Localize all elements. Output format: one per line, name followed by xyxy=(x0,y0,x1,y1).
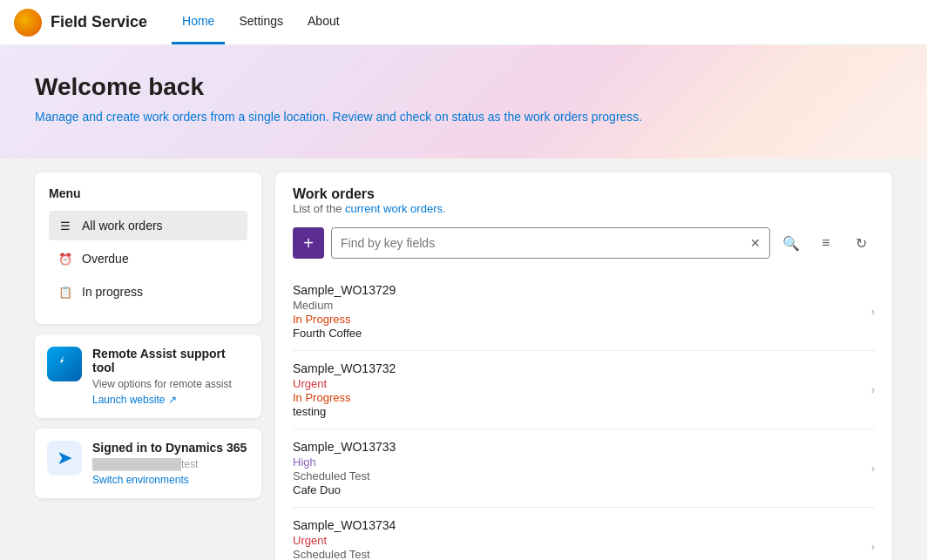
nav-home[interactable]: Home xyxy=(172,0,225,44)
app-logo xyxy=(14,9,42,37)
content-area: Menu ☰ All work orders ⏰ Overdue 📋 In pr… xyxy=(0,159,927,560)
hero-subtitle: Manage and create work orders from a sin… xyxy=(35,110,892,124)
overdue-icon: ⏰ xyxy=(58,251,73,267)
dynamics-logo-symbol: ➤ xyxy=(57,447,72,469)
work-order-priority-1: Urgent xyxy=(293,377,861,390)
nav-settings[interactable]: Settings xyxy=(228,0,294,44)
work-order-details-2: Sample_WO13733 High Scheduled Test Cafe … xyxy=(293,440,861,496)
switch-environments-link[interactable]: Switch environments xyxy=(92,474,249,486)
work-order-item-1[interactable]: Sample_WO13732 Urgent In Progress testin… xyxy=(293,351,875,429)
dynamics-icon: ➤ xyxy=(47,441,82,476)
search-icon[interactable]: 🔍 xyxy=(777,229,805,257)
work-order-customer-1: testing xyxy=(293,405,861,418)
chevron-right-icon-3: › xyxy=(871,541,875,553)
work-order-item-2[interactable]: Sample_WO13733 High Scheduled Test Cafe … xyxy=(293,429,875,508)
search-box[interactable]: ✕ xyxy=(331,227,770,259)
main-content: Welcome back Manage and create work orde… xyxy=(0,45,927,560)
in-progress-icon: 📋 xyxy=(58,284,73,300)
work-orders-subtitle: List of the current work orders. xyxy=(293,202,875,215)
remote-assist-icon xyxy=(47,347,82,381)
main-nav: Home Settings About xyxy=(172,0,350,44)
chevron-right-icon-2: › xyxy=(871,462,875,475)
remote-assist-description: View options for remote assist xyxy=(92,378,249,390)
work-orders-list: Sample_WO13729 Medium In Progress Fourth… xyxy=(293,273,875,560)
work-order-item-3[interactable]: Sample_WO13734 Urgent Scheduled Test Caf… xyxy=(293,508,875,560)
work-order-priority-0: Medium xyxy=(293,299,861,312)
add-work-order-button[interactable]: + xyxy=(293,227,324,259)
work-order-customer-2: Cafe Duo xyxy=(293,483,861,496)
hero-banner: Welcome back Manage and create work orde… xyxy=(0,45,927,159)
remote-assist-name: Remote Assist support tool xyxy=(92,347,249,374)
work-order-customer-0: Fourth Coffee xyxy=(293,327,861,340)
menu-title: Menu xyxy=(49,186,247,200)
remote-assist-launch-link[interactable]: Launch website ↗ xyxy=(92,394,249,406)
work-order-details-0: Sample_WO13729 Medium In Progress Fourth… xyxy=(293,283,861,340)
chevron-right-icon-1: › xyxy=(871,384,875,396)
left-panel: Menu ☰ All work orders ⏰ Overdue 📋 In pr… xyxy=(35,172,261,498)
signed-in-card: ➤ Signed in to Dynamics 365 ████████████… xyxy=(35,428,261,498)
work-order-item-0[interactable]: Sample_WO13729 Medium In Progress Fourth… xyxy=(293,273,875,351)
work-orders-header: Work orders List of the current work ord… xyxy=(293,186,875,215)
chevron-right-icon-0: › xyxy=(871,306,875,318)
refresh-icon[interactable]: ↻ xyxy=(847,229,875,257)
work-order-name-3: Sample_WO13734 xyxy=(293,518,861,532)
hero-title: Welcome back xyxy=(35,73,892,101)
work-order-priority-2: High xyxy=(293,455,861,469)
work-order-name-2: Sample_WO13733 xyxy=(293,440,861,454)
signin-user: ████████████test xyxy=(92,458,249,470)
search-input[interactable] xyxy=(341,236,750,250)
external-link-icon: ↗ xyxy=(168,394,177,406)
list-icon: ☰ xyxy=(58,218,73,233)
work-orders-title: Work orders xyxy=(293,186,875,202)
signin-info: Signed in to Dynamics 365 ████████████te… xyxy=(92,441,249,486)
nav-about[interactable]: About xyxy=(297,0,350,44)
app-name: Field Service xyxy=(51,13,147,31)
work-order-name-0: Sample_WO13729 xyxy=(293,283,861,297)
work-order-priority-3: Urgent xyxy=(293,534,861,547)
work-orders-panel: Work orders List of the current work ord… xyxy=(275,172,892,560)
work-order-status-0: In Progress xyxy=(293,313,861,326)
work-order-name-1: Sample_WO13732 xyxy=(293,361,861,375)
menu-item-all-work-orders-label: All work orders xyxy=(82,219,163,233)
menu-item-in-progress-label: In progress xyxy=(82,285,143,299)
work-order-details-1: Sample_WO13732 Urgent In Progress testin… xyxy=(293,361,861,418)
filter-icon[interactable]: ≡ xyxy=(812,229,840,257)
search-clear-icon[interactable]: ✕ xyxy=(750,236,761,250)
menu-item-in-progress[interactable]: 📋 In progress xyxy=(49,277,247,307)
menu-card: Menu ☰ All work orders ⏰ Overdue 📋 In pr… xyxy=(35,172,261,324)
menu-item-overdue[interactable]: ⏰ Overdue xyxy=(49,244,247,273)
work-order-details-3: Sample_WO13734 Urgent Scheduled Test Caf… xyxy=(293,518,861,560)
menu-item-overdue-label: Overdue xyxy=(82,252,129,266)
remote-assist-info: Remote Assist support tool View options … xyxy=(92,347,249,406)
work-orders-toolbar: + ✕ 🔍 ≡ ↻ xyxy=(293,227,875,259)
work-order-status-2: Scheduled Test xyxy=(293,469,861,482)
work-order-status-3: Scheduled Test xyxy=(293,548,861,560)
work-order-status-1: In Progress xyxy=(293,391,861,404)
remote-assist-card: Remote Assist support tool View options … xyxy=(35,334,261,418)
menu-item-all-work-orders[interactable]: ☰ All work orders xyxy=(49,211,247,240)
signin-title: Signed in to Dynamics 365 xyxy=(92,441,249,455)
header: Field Service Home Settings About xyxy=(0,0,927,45)
